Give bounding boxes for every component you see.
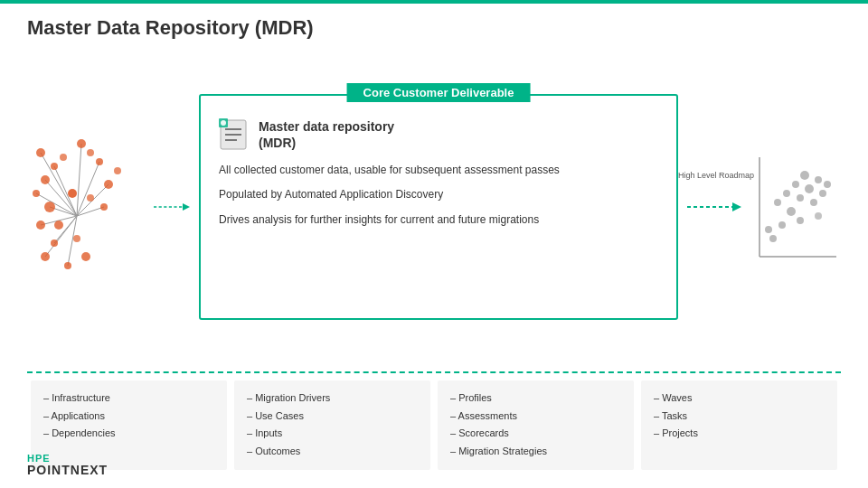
- bottom-col-4-item-1: – Waves: [654, 389, 825, 408]
- logo-pointnext: POINTNEXT: [27, 464, 108, 477]
- svg-point-20: [41, 252, 50, 261]
- svg-point-58: [824, 181, 831, 188]
- mdr-header: Master data repository(MDR): [219, 118, 658, 151]
- left-arrow: [154, 198, 190, 216]
- core-bullet-3: Drives analysis for further insights for…: [219, 211, 658, 229]
- svg-point-19: [51, 239, 58, 247]
- page-title: Master Data Repository (MDR): [27, 16, 314, 40]
- bottom-col-2-item-1: – Migration Drivers: [247, 389, 418, 408]
- svg-marker-43: [732, 202, 741, 211]
- left-scatter: [27, 108, 145, 306]
- svg-point-24: [104, 180, 113, 189]
- svg-point-32: [73, 235, 80, 242]
- svg-point-49: [774, 199, 781, 206]
- svg-point-25: [100, 203, 108, 211]
- center-area: Core Customer Deliverable Master data re…: [27, 50, 841, 364]
- bottom-col-4-item-3: – Projects: [654, 425, 825, 443]
- top-bar: [0, 0, 868, 4]
- bottom-col-3-item-4: – Migration Strategies: [450, 443, 621, 461]
- mdr-title: Master data repository(MDR): [259, 118, 394, 151]
- svg-point-46: [769, 235, 777, 242]
- bottom-col-2-item-2: – Use Cases: [247, 408, 418, 426]
- bottom-col-1-item-1: – Infrastructure: [43, 389, 214, 408]
- svg-point-55: [800, 171, 809, 180]
- svg-point-22: [77, 139, 86, 148]
- svg-point-54: [815, 176, 822, 183]
- svg-point-47: [778, 221, 786, 229]
- right-scatter: [750, 108, 841, 306]
- left-scatter-svg: [27, 117, 145, 297]
- svg-point-60: [797, 217, 804, 224]
- bottom-col-3-item-2: – Assessments: [450, 408, 621, 426]
- svg-point-51: [805, 184, 814, 193]
- svg-line-10: [77, 162, 99, 216]
- right-arrow-svg: [687, 198, 741, 216]
- svg-point-41: [221, 120, 226, 126]
- svg-point-48: [787, 207, 796, 216]
- bottom-col-4-item-2: – Tasks: [654, 408, 825, 426]
- svg-point-26: [60, 154, 67, 161]
- svg-point-21: [64, 262, 71, 269]
- svg-point-14: [51, 163, 58, 170]
- svg-point-33: [81, 252, 90, 261]
- left-arrow-svg: [154, 198, 190, 216]
- bottom-col-2-item-3: – Inputs: [247, 425, 418, 443]
- bottom-items: – Infrastructure – Applications – Depend…: [27, 371, 841, 470]
- core-box: Core Customer Deliverable Master data re…: [199, 94, 678, 320]
- bottom-col-4: – Waves – Tasks – Projects: [641, 380, 837, 470]
- svg-point-15: [41, 175, 50, 184]
- bottom-col-3-item-3: – Scorecards: [450, 425, 621, 443]
- core-bullet-1: All collected customer data, usable for …: [219, 162, 658, 179]
- bottom-col-2: – Migration Drivers – Use Cases – Inputs…: [234, 380, 430, 470]
- core-label: Core Customer Deliverable: [347, 83, 531, 102]
- logo: HPE POINTNEXT: [27, 453, 108, 477]
- right-scatter-svg: [750, 148, 841, 266]
- bottom-col-1-item-3: – Dependencies: [43, 425, 214, 443]
- core-bullet-2: Populated by Automated Application Disco…: [219, 186, 658, 203]
- svg-point-23: [96, 158, 103, 165]
- svg-point-57: [819, 190, 826, 197]
- bottom-col-3: – Profiles – Assessments – Scorecards – …: [438, 380, 634, 470]
- svg-point-16: [33, 190, 40, 197]
- svg-point-50: [797, 194, 804, 202]
- document-icon: [219, 118, 248, 151]
- svg-point-56: [810, 199, 817, 206]
- svg-point-13: [36, 148, 45, 157]
- main-content: Core Customer Deliverable Master data re…: [27, 50, 841, 470]
- svg-point-59: [765, 226, 772, 233]
- svg-point-27: [87, 149, 94, 156]
- right-arrow: High Level Roadmap: [687, 198, 741, 216]
- svg-point-52: [792, 181, 799, 188]
- svg-point-18: [36, 221, 45, 230]
- svg-point-31: [54, 221, 63, 230]
- svg-point-17: [44, 202, 55, 212]
- high-level-label: High Level Roadmap: [678, 171, 754, 180]
- svg-line-9: [77, 144, 81, 216]
- svg-point-53: [783, 190, 790, 197]
- bottom-col-1-item-2: – Applications: [43, 408, 214, 426]
- bottom-col-3-item-1: – Profiles: [450, 389, 621, 408]
- svg-point-29: [68, 189, 77, 198]
- svg-point-30: [87, 194, 94, 202]
- svg-marker-35: [183, 203, 190, 211]
- svg-point-28: [114, 167, 121, 174]
- bottom-col-2-item-4: – Outcomes: [247, 443, 418, 461]
- svg-point-61: [815, 212, 822, 220]
- logo-hpe: HPE: [27, 453, 108, 464]
